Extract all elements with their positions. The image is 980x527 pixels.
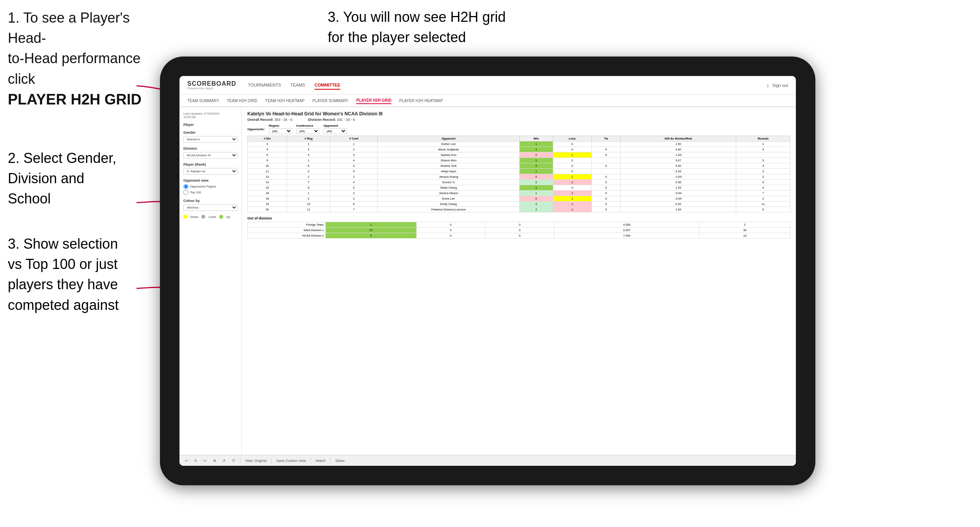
- share-button[interactable]: Share: [334, 458, 346, 463]
- sign-out-link[interactable]: Sign out: [772, 83, 788, 88]
- overall-record: Overall Record: 353 - 34 - 6: [247, 118, 293, 122]
- table-row: NAIA Division 1 15 0 0 9.267 30: [248, 228, 790, 233]
- sub-nav-team-summary[interactable]: TEAM SUMMARY: [187, 98, 219, 104]
- division-record: Division Record: 331 - 34 - 6: [308, 118, 355, 122]
- main-data-table: # Div # Reg # Conf Opponent Win Loss Tie…: [247, 136, 790, 212]
- table-row: 1063 Andrea York 2 0 0 4.00 4: [248, 163, 790, 169]
- undo-button[interactable]: ↩: [183, 458, 190, 463]
- watch-button[interactable]: Watch: [314, 458, 327, 463]
- opponent-view-section: Opponent view Opponents Played Top 100: [183, 179, 238, 195]
- tablet-frame: SCOREBOARD Powered by clippd TOURNAMENTS…: [160, 57, 815, 485]
- legend-level-dot: [201, 215, 205, 219]
- out-of-division-section: Out of division Foreign Team 1 0 0 4.500…: [247, 216, 790, 239]
- toolbar-sep3: [311, 458, 311, 464]
- table-row: 633 Sydney Kuo 0 1 0 -1.00: [248, 152, 790, 158]
- col-rounds: Rounds: [736, 136, 790, 141]
- filter-region-select[interactable]: (All): [269, 128, 292, 134]
- grid-title: Katelyn Vo Head-to-Head Grid for Women's…: [247, 111, 790, 117]
- table-row: Foreign Team 1 0 0 4.500 2: [248, 222, 790, 228]
- opponent-view-radios: Opponents Played Top 100: [183, 184, 238, 195]
- table-row: 1585 Stella Cheng 1 0 0 1.25 4: [248, 185, 790, 191]
- nav-bar: SCOREBOARD Powered by clippd TOURNAMENTS…: [179, 76, 796, 95]
- nav-committee[interactable]: COMMITTEE: [314, 81, 340, 90]
- filter-conference-select[interactable]: (All): [296, 128, 320, 134]
- timestamp: Last Updated: 27/03/2024 16:55:38: [183, 112, 238, 119]
- table-row: 1613 Jessica Mason 1 2 0 -0.94 7: [248, 191, 790, 196]
- logo: SCOREBOARD Powered by clippd: [187, 81, 236, 90]
- grid-panel: Katelyn Vo Head-to-Head Grid for Women's…: [242, 107, 796, 455]
- table-row: NCAA Division 2 5 0 0 7.400 10: [248, 233, 790, 239]
- col-tie: Tie: [592, 136, 621, 141]
- table-row: 1474 Eunice Yi 2 2 0 0.38 9: [248, 180, 790, 185]
- table-row: 20117 Federica Domecq Lacroze 2 1 0 1.33…: [248, 207, 790, 212]
- nav-tournaments[interactable]: TOURNAMENTS: [248, 81, 281, 90]
- toolbar-sep2: [271, 458, 272, 464]
- view-original-button[interactable]: View: Original: [243, 458, 268, 463]
- col-reg: # Reg: [287, 136, 330, 141]
- refresh-button[interactable]: ↺: [221, 458, 227, 463]
- instruction-step3-bottom: 3. Show selection vs Top 100 or just pla…: [8, 234, 152, 315]
- filter-conference-group: Conference (All): [296, 124, 320, 134]
- instruction-step2: 2. Select Gender, Division and School: [8, 148, 144, 209]
- radio-top100[interactable]: Top 100: [183, 190, 238, 195]
- nav-right: | Sign out: [767, 83, 788, 88]
- left-panel: Last Updated: 27/03/2024 16:55:38 Player…: [179, 107, 242, 455]
- filter-opponent-group: Opponent (All): [323, 124, 347, 134]
- sub-nav-team-h2h-heatmap[interactable]: TEAM H2H HEATMAP: [265, 98, 305, 104]
- clock-button[interactable]: ⏱: [230, 458, 237, 463]
- player-rank-section: Player (Rank) 8. Katelyn Vo: [183, 163, 238, 175]
- col-diff: Diff Av Strokes/Rnd: [621, 136, 736, 141]
- filter-region-group: Region (All): [269, 124, 292, 134]
- col-opponent: Opponent: [378, 136, 520, 141]
- table-row: 1311 Jessica Huang 0 1 0 -3.00 2: [248, 174, 790, 180]
- table-row: 1822 Euna Lee 0 1 0 -5.00 2: [248, 196, 790, 202]
- gender-select[interactable]: Women's: [183, 136, 238, 143]
- grid-records: Overall Record: 353 - 34 - 6 Division Re…: [247, 118, 790, 122]
- col-loss: Loss: [553, 136, 592, 141]
- player-rank-select[interactable]: 8. Katelyn Vo: [183, 168, 238, 175]
- tablet-screen: SCOREBOARD Powered by clippd TOURNAMENTS…: [179, 76, 796, 466]
- filter-opponent-select[interactable]: (All): [323, 128, 347, 134]
- colour-by-select[interactable]: Win/loss: [183, 204, 238, 211]
- table-row: 19106 Emily Chang 4 1 0 0.30 11: [248, 202, 790, 207]
- forward-button[interactable]: ⚙: [211, 458, 218, 463]
- col-div: # Div: [248, 136, 287, 141]
- sub-nav-team-h2h-grid[interactable]: TEAM H2H GRID: [227, 98, 257, 104]
- table-row: 1125 Heejo Hyun 1 0 3.33 3: [248, 169, 790, 174]
- instruction-step1: 1. To see a Player's Head- to-Head perfo…: [8, 8, 156, 110]
- legend: Down Level Up: [183, 215, 238, 219]
- sub-nav: TEAM SUMMARY TEAM H2H GRID TEAM H2H HEAT…: [179, 95, 796, 107]
- gender-section: Gender Women's: [183, 131, 238, 143]
- out-of-division-label: Out of division: [247, 216, 790, 220]
- col-conf: # Conf: [330, 136, 377, 141]
- player-section: Player: [183, 123, 238, 127]
- toolbar-sep4: [330, 458, 330, 464]
- colour-by-section: Colour by Win/loss: [183, 199, 238, 211]
- table-row: 914 Sharon Mun 1 0 3.67 3: [248, 158, 790, 163]
- sub-nav-player-h2h-grid[interactable]: PLAYER H2H GRID: [356, 97, 391, 104]
- main-content: Last Updated: 27/03/2024 16:55:38 Player…: [179, 107, 796, 455]
- radio-opponents-played[interactable]: Opponents Played: [183, 184, 238, 189]
- legend-up-dot: [219, 215, 223, 219]
- table-row: 311 Esther Lee 1 0 1.50 4: [248, 141, 790, 147]
- nav-items: TOURNAMENTS TEAMS COMMITTEE: [248, 81, 341, 90]
- filter-opponents: Opponents:: [247, 127, 265, 131]
- division-section: Division NCAA Division III: [183, 147, 238, 159]
- col-win: Win: [520, 136, 553, 141]
- toolbar: ↩ ↻ ↩ ⚙ ↺ ⏱ View: Original Save Custom V…: [179, 455, 796, 466]
- back-button[interactable]: ↩: [202, 458, 208, 463]
- instruction-step3-top: 3. You will now see H2H grid for the pla…: [328, 7, 531, 48]
- save-custom-view-button[interactable]: Save Custom View: [275, 458, 307, 463]
- sub-nav-player-summary[interactable]: PLAYER SUMMARY: [312, 98, 348, 104]
- table-row: 522 Alexis Sudjianto 1 0 0 4.00 3: [248, 147, 790, 152]
- sub-nav-player-h2h-heatmap[interactable]: PLAYER H2H HEATMAP: [399, 98, 443, 104]
- nav-teams[interactable]: TEAMS: [290, 81, 305, 90]
- toolbar-sep1: [240, 458, 240, 464]
- filters-row: Opponents: Region (All) Conference (All): [247, 124, 790, 134]
- legend-down-dot: [183, 215, 187, 219]
- redo-button[interactable]: ↻: [193, 458, 199, 463]
- out-of-division-table: Foreign Team 1 0 0 4.500 2 NAIA Division…: [247, 222, 790, 239]
- division-select[interactable]: NCAA Division III: [183, 152, 238, 159]
